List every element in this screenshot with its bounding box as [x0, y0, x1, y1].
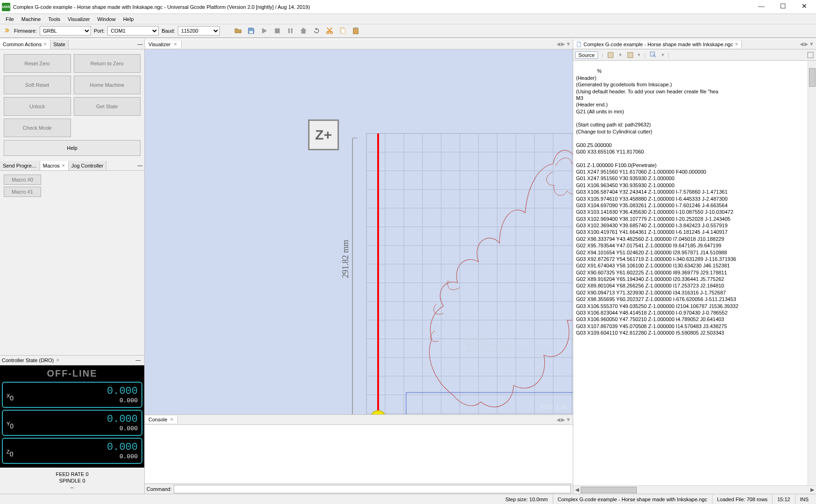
nav-left-icon[interactable]: ◀ — [556, 417, 560, 423]
close-icon[interactable]: ✕ — [174, 42, 177, 47]
pause-icon[interactable] — [284, 25, 296, 36]
tab-jog-controller[interactable]: Jog Controller — [69, 161, 106, 170]
svg-rect-9 — [354, 28, 357, 29]
svg-rect-0 — [249, 31, 253, 34]
unlock-button[interactable]: Unlock — [4, 97, 71, 116]
nav-left-icon[interactable]: ◀ — [556, 41, 560, 47]
main-toolbar: Firmware: GRBL Port: COM1 Baud: 115200 — [0, 24, 816, 38]
macro-0-button[interactable]: Macro #0 — [4, 175, 41, 185]
firmware-select[interactable]: GRBL — [40, 26, 91, 35]
file-tab[interactable]: Complex G-code example - Horse shape mad… — [573, 41, 742, 48]
dro-panel-header: Controller State (DRO) ✕ — — [0, 355, 144, 365]
reset-zero-button[interactable]: Reset Zero — [4, 54, 71, 73]
port-select[interactable]: COM1 — [107, 26, 159, 35]
nav-right-icon[interactable]: ▶ — [804, 41, 808, 47]
home-machine-button[interactable]: Home Machine — [74, 76, 141, 94]
z-work-pos: 0.000 — [107, 441, 138, 453]
nav-down-icon[interactable]: ▼ — [809, 41, 814, 47]
menu-tools[interactable]: Tools — [44, 15, 64, 23]
minimize-panel-icon[interactable]: — — [136, 161, 144, 170]
axis-z-row[interactable]: Z0 0.0000.000 — [2, 438, 142, 464]
vertical-scrollbar[interactable] — [808, 61, 816, 485]
svg-rect-44 — [627, 52, 633, 57]
check-mode-button[interactable]: Check Mode — [4, 119, 71, 137]
menu-machine[interactable]: Machine — [18, 15, 45, 23]
tab-send-progress[interactable]: Send Progre… — [0, 161, 40, 170]
gcode-source-view[interactable]: % (Header) (Generated by gcodetools from… — [573, 61, 816, 485]
dro-footer: FEED RATE 0 SPINDLE 0 -- — [0, 468, 144, 494]
close-icon[interactable]: ✕ — [62, 163, 65, 168]
port-label: Port: — [94, 28, 105, 34]
app-icon: UGS — [2, 3, 10, 11]
stop-icon[interactable] — [271, 25, 283, 36]
paste-icon[interactable] — [350, 25, 362, 36]
horizontal-scrollbar[interactable]: ◀ ▶ — [573, 485, 816, 494]
menu-bar: File Machine Tools Visualizer Window Hel… — [0, 14, 816, 24]
left-sidebar: Common Actions✕ State — Reset Zero Retur… — [0, 39, 145, 494]
close-icon[interactable]: ✕ — [735, 42, 739, 47]
axis-y-row[interactable]: Y0 0.0000.000 — [2, 410, 142, 436]
close-button[interactable]: ✕ — [794, 0, 815, 14]
scroll-right-icon[interactable]: ▶ — [809, 486, 816, 494]
close-icon[interactable]: ✕ — [170, 417, 174, 422]
connect-icon[interactable] — [3, 26, 11, 35]
save-icon[interactable] — [245, 25, 257, 36]
status-loaded: Loaded File: 708 rows — [712, 495, 772, 504]
history-fwd-icon[interactable] — [626, 51, 634, 59]
minimize-panel-icon[interactable]: — — [134, 356, 142, 364]
visualizer-viewport[interactable]: Z+ — [145, 49, 573, 414]
tab-state[interactable]: State — [50, 40, 69, 49]
tab-macros[interactable]: Macros✕ — [40, 161, 69, 170]
command-input[interactable] — [174, 485, 571, 493]
panel-menu-icon[interactable] — [807, 51, 814, 59]
scroll-left-icon[interactable]: ◀ — [573, 486, 581, 494]
nav-right-icon[interactable]: ▶ — [561, 417, 565, 423]
menu-window[interactable]: Window — [94, 15, 120, 23]
play-icon[interactable] — [258, 25, 270, 36]
history-back-icon[interactable] — [607, 51, 615, 59]
y-machine-pos: 0.000 — [107, 425, 138, 432]
tab-console[interactable]: Console✕ — [145, 416, 178, 423]
watermark: HOW TO MECHATRONICS www.HowToMechatronic… — [466, 336, 554, 354]
menu-help[interactable]: Help — [120, 15, 138, 23]
cut-icon[interactable] — [324, 25, 336, 36]
offline-status: OFF-LINE — [2, 367, 142, 380]
svg-rect-1 — [275, 28, 280, 34]
macro-1-button[interactable]: Macro #1 — [4, 187, 41, 197]
source-button[interactable]: Source — [575, 51, 598, 59]
status-ins: INS — [795, 495, 813, 504]
maximize-button[interactable]: ☐ — [772, 0, 794, 14]
y-work-pos: 0.000 — [107, 413, 138, 425]
copy-icon[interactable] — [337, 25, 349, 36]
select-in-icon[interactable] — [649, 51, 658, 59]
baud-select[interactable]: 115200 — [178, 26, 220, 35]
console-output[interactable] — [145, 425, 573, 483]
tab-visualizer[interactable]: Visualizer✕ — [145, 41, 182, 48]
nav-right-icon[interactable]: ▶ — [561, 41, 565, 47]
tab-common-actions[interactable]: Common Actions✕ — [0, 40, 50, 49]
get-state-button[interactable]: Get State — [74, 97, 141, 116]
home-icon[interactable] — [297, 25, 310, 36]
dro-panel: OFF-LINE X0 0.0000.000 Y0 0.0000.000 Z0 … — [0, 365, 144, 468]
menu-file[interactable]: File — [2, 15, 18, 23]
nav-down-icon[interactable]: ▼ — [566, 41, 571, 47]
nav-left-icon[interactable]: ◀ — [800, 41, 803, 47]
return-to-zero-button[interactable]: Return to Zero — [74, 54, 141, 73]
menu-visualizer[interactable]: Visualizer — [64, 15, 94, 23]
spindle-label: SPINDLE 0 — [3, 478, 141, 483]
minimize-panel-icon[interactable]: — — [136, 40, 144, 49]
close-icon[interactable]: ✕ — [55, 358, 60, 363]
minimize-button[interactable]: — — [751, 0, 772, 14]
svg-rect-2 — [288, 28, 289, 34]
axis-x-row[interactable]: X0 0.0000.000 — [2, 382, 142, 408]
nav-down-icon[interactable]: ▼ — [566, 417, 571, 423]
open-icon[interactable] — [232, 25, 244, 36]
close-icon[interactable]: ✕ — [43, 42, 47, 47]
dimension-height: 291.82 mm — [341, 240, 351, 278]
svg-rect-7 — [341, 29, 345, 34]
dash-label: -- — [3, 484, 141, 490]
svg-rect-10 — [366, 133, 573, 414]
help-button[interactable]: Help — [4, 140, 141, 156]
soft-reset-button[interactable]: Soft Reset — [4, 76, 71, 94]
refresh-icon[interactable] — [310, 25, 323, 36]
